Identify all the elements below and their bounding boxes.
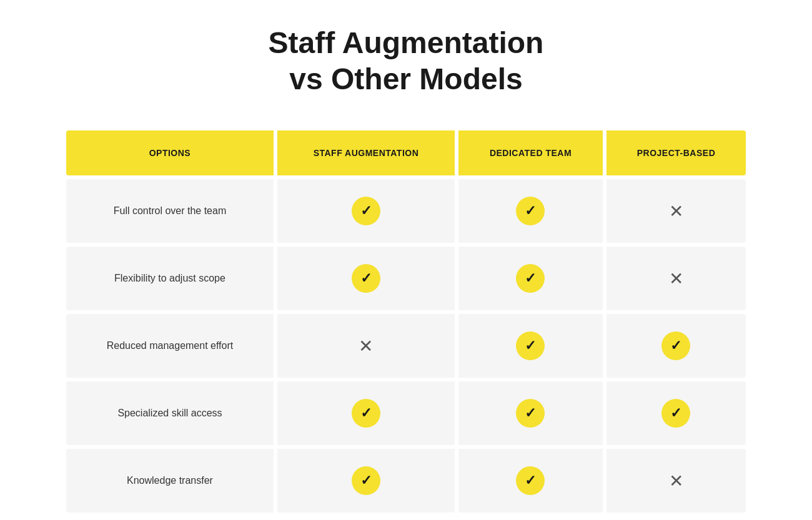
cross-icon: ✕ — [359, 336, 373, 356]
check-icon: ✓ — [516, 399, 545, 428]
check-icon: ✓ — [516, 197, 545, 225]
cell-project_based: ✕ — [607, 179, 746, 243]
cell-project_based: ✓ — [607, 314, 746, 378]
col-header-dedicated-team: DEDICATED TEAM — [458, 130, 603, 175]
cell-dedicated_team: ✓ — [458, 179, 603, 243]
check-icon: ✓ — [516, 331, 545, 360]
check-icon: ✓ — [516, 466, 545, 495]
cell-dedicated_team: ✓ — [458, 449, 603, 513]
row-label: Flexibility to adjust scope — [66, 247, 274, 310]
table-row: Full control over the team✓✓✕ — [66, 179, 746, 243]
check-icon: ✓ — [661, 399, 690, 428]
cell-dedicated_team: ✓ — [458, 247, 603, 310]
cell-staff_augmentation: ✓ — [277, 247, 455, 310]
table-row: Specialized skill access✓✓✓ — [66, 381, 746, 445]
row-label: Full control over the team — [66, 179, 274, 243]
col-header-options: OPTIONS — [66, 130, 274, 175]
table-row: Knowledge transfer✓✓✕ — [66, 449, 746, 513]
cell-staff_augmentation: ✕ — [277, 314, 455, 378]
comparison-table: OPTIONS STAFF AUGMENTATION DEDICATED TEA… — [62, 127, 750, 516]
check-icon: ✓ — [516, 264, 545, 293]
check-icon: ✓ — [352, 264, 380, 293]
cell-staff_augmentation: ✓ — [277, 449, 455, 513]
check-icon: ✓ — [661, 331, 690, 360]
check-icon: ✓ — [352, 197, 380, 225]
page-title: Staff Augmentation vs Other Models — [62, 25, 750, 97]
row-label: Reduced management effort — [66, 314, 274, 378]
col-header-project-based: PROJECT-BASED — [607, 130, 746, 175]
col-header-staff-augmentation: STAFF AUGMENTATION — [277, 130, 455, 175]
row-label: Knowledge transfer — [66, 449, 274, 513]
cell-project_based: ✓ — [607, 381, 746, 445]
row-label: Specialized skill access — [66, 381, 274, 445]
cross-icon: ✕ — [669, 268, 683, 289]
cell-dedicated_team: ✓ — [458, 381, 603, 445]
page-container: Staff Augmentation vs Other Models OPTIO… — [62, 0, 750, 520]
check-icon: ✓ — [352, 466, 380, 495]
cross-icon: ✕ — [669, 201, 683, 222]
cross-icon: ✕ — [669, 471, 683, 491]
cell-staff_augmentation: ✓ — [277, 179, 455, 243]
cell-project_based: ✕ — [607, 247, 746, 310]
cell-dedicated_team: ✓ — [458, 314, 603, 378]
check-icon: ✓ — [352, 399, 380, 428]
table-row: Flexibility to adjust scope✓✓✕ — [66, 247, 746, 310]
table-row: Reduced management effort✕✓✓ — [66, 314, 746, 378]
cell-staff_augmentation: ✓ — [277, 381, 455, 445]
table-header-row: OPTIONS STAFF AUGMENTATION DEDICATED TEA… — [66, 130, 746, 175]
cell-project_based: ✕ — [607, 449, 746, 513]
